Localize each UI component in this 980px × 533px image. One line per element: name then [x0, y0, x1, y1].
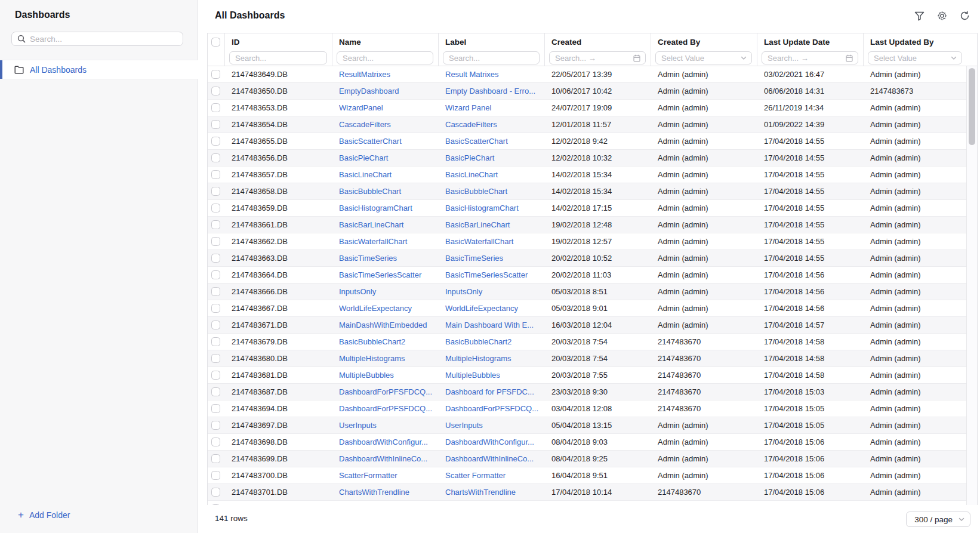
- dashboard-name-link[interactable]: DashboardWithConfigur...: [332, 434, 438, 450]
- dashboard-label-link[interactable]: ChartsWithTrendline: [438, 484, 544, 500]
- dashboard-name-link[interactable]: BasicBubbleChart2: [332, 334, 438, 350]
- refresh-icon[interactable]: [960, 11, 970, 21]
- dashboard-name-link[interactable]: BasicTimeSeriesScatter: [332, 267, 438, 283]
- row-checkbox[interactable]: [211, 287, 220, 296]
- dashboard-name-link[interactable]: BasicTimeSeries: [332, 250, 438, 266]
- vertical-scrollbar[interactable]: [966, 66, 977, 505]
- row-checkbox[interactable]: [211, 387, 220, 396]
- cell-id: 2147483701.DB: [224, 484, 332, 500]
- dashboard-label-link[interactable]: InputsOnly: [438, 284, 544, 300]
- dashboard-name-link[interactable]: BasicBubbleChart: [332, 183, 438, 199]
- filter-created-input[interactable]: [550, 54, 633, 63]
- row-checkbox[interactable]: [211, 371, 220, 380]
- dashboard-label-link[interactable]: BasicHistogramChart: [438, 200, 544, 216]
- cell-id: 2147483679.DB: [224, 334, 332, 350]
- row-checkbox[interactable]: [211, 153, 220, 162]
- filter-id-input[interactable]: [230, 54, 326, 63]
- row-checkbox[interactable]: [211, 103, 220, 112]
- row-checkbox[interactable]: [211, 87, 220, 95]
- sidebar-search[interactable]: [11, 32, 183, 46]
- dashboard-name-link[interactable]: DashboardWithInlineCo...: [332, 451, 438, 467]
- dashboard-label-link[interactable]: DashboardWithInlineCo...: [438, 451, 544, 467]
- dashboard-label-link[interactable]: CascadeFilters: [438, 116, 544, 133]
- dashboard-label-link[interactable]: MultipleBubbles: [438, 367, 544, 383]
- row-checkbox[interactable]: [211, 254, 220, 263]
- row-checkbox[interactable]: [211, 438, 220, 446]
- dashboard-name-link[interactable]: WorldLifeExpectancy: [332, 300, 438, 316]
- dashboard-name-link[interactable]: BasicBarLineChart: [332, 217, 438, 233]
- row-checkbox[interactable]: [211, 337, 220, 346]
- add-folder-button[interactable]: + Add Folder: [18, 510, 70, 520]
- filter-icon[interactable]: [914, 11, 924, 21]
- sidebar-item-all-dashboards[interactable]: All Dashboards: [0, 60, 198, 79]
- row-checkbox[interactable]: [211, 187, 220, 196]
- dashboard-name-link[interactable]: ChartsWithTrendline: [332, 484, 438, 500]
- dashboard-name-link[interactable]: UserInputs: [332, 417, 438, 433]
- dashboard-label-link[interactable]: BasicWaterfallChart: [438, 233, 544, 249]
- row-checkbox[interactable]: [211, 421, 220, 430]
- row-checkbox[interactable]: [211, 120, 220, 129]
- dashboard-label-link[interactable]: Main Dashboard With E...: [438, 317, 544, 333]
- dashboard-label-link[interactable]: BasicBarLineChart: [438, 217, 544, 233]
- dashboard-name-link[interactable]: BasicScatterChart: [332, 133, 438, 149]
- filter-created_by-select[interactable]: Select Value: [655, 51, 752, 64]
- dashboard-label-link[interactable]: Wizard Panel: [438, 100, 544, 116]
- row-checkbox[interactable]: [211, 454, 220, 463]
- row-checkbox[interactable]: [211, 270, 220, 279]
- filter-label-input[interactable]: [443, 54, 539, 63]
- dashboard-label-link[interactable]: BasicPieChart: [438, 150, 544, 166]
- row-checkbox[interactable]: [211, 471, 220, 480]
- dashboard-name-link[interactable]: EmptyDashboard: [332, 83, 438, 99]
- dashboard-label-link[interactable]: Scatter Formatter: [438, 467, 544, 483]
- page-size-select[interactable]: 300 / page: [906, 512, 970, 527]
- dashboard-name-link[interactable]: ResultMatrixes: [332, 66, 438, 82]
- row-checkbox[interactable]: [211, 170, 220, 179]
- dashboard-label-link[interactable]: Dashboard for PFSFDC...: [438, 384, 544, 400]
- dashboard-name-link[interactable]: BasicWaterfallChart: [332, 233, 438, 249]
- dashboard-name-link[interactable]: BasicPieChart: [332, 150, 438, 166]
- dashboard-label-link[interactable]: Result Matrixes: [438, 66, 544, 82]
- dashboard-name-link[interactable]: CascadeFilters: [332, 116, 438, 133]
- dashboard-name-link[interactable]: BasicLineChart: [332, 167, 438, 183]
- dashboard-name-link[interactable]: InputsOnly: [332, 284, 438, 300]
- dashboard-name-link[interactable]: MainDashWithEmbedded: [332, 317, 438, 333]
- filter-last_updated_by-select[interactable]: Select Value: [868, 51, 962, 64]
- filter-name-input[interactable]: [337, 54, 433, 63]
- dashboard-name-link[interactable]: WizardPanel: [332, 100, 438, 116]
- row-checkbox[interactable]: [211, 404, 220, 413]
- dashboard-label-link[interactable]: BasicScatterChart: [438, 133, 544, 149]
- cell-id: 2147483662.DB: [224, 233, 332, 249]
- sidebar-search-input[interactable]: [26, 35, 183, 44]
- dashboard-label-link[interactable]: MultipleHistograms: [438, 350, 544, 366]
- dashboard-name-link[interactable]: DashboardForPFSFDCQ...: [332, 384, 438, 400]
- row-checkbox[interactable]: [211, 354, 220, 363]
- dashboard-label-link[interactable]: DashboardForPFSFDCQ...: [438, 400, 544, 417]
- dashboard-name-link[interactable]: MultipleBubbles: [332, 367, 438, 383]
- dashboard-name-link[interactable]: BasicHistogramChart: [332, 200, 438, 216]
- row-checkbox[interactable]: [211, 488, 220, 497]
- settings-icon[interactable]: [937, 11, 947, 21]
- dashboard-label-link[interactable]: WorldLifeExpectancy: [438, 300, 544, 316]
- filter-last_update-input[interactable]: [762, 54, 846, 63]
- scrollbar-thumb[interactable]: [969, 68, 975, 145]
- row-checkbox[interactable]: [211, 237, 220, 246]
- dashboard-name-link[interactable]: MultipleHistograms: [332, 350, 438, 366]
- row-checkbox[interactable]: [211, 204, 220, 212]
- row-checkbox[interactable]: [211, 70, 220, 79]
- dashboard-label-link[interactable]: UserInputs: [438, 417, 544, 433]
- select-all-checkbox[interactable]: [211, 38, 220, 47]
- dashboard-label-link[interactable]: BasicLineChart: [438, 167, 544, 183]
- dashboard-label-link[interactable]: BasicTimeSeries: [438, 250, 544, 266]
- dashboard-label-link[interactable]: BasicBubbleChart: [438, 183, 544, 199]
- row-checkbox[interactable]: [211, 220, 220, 229]
- dashboard-name-link[interactable]: DashboardForPFSFDCQ...: [332, 400, 438, 417]
- cell-created: 19/02/2018 12:48: [544, 217, 651, 233]
- dashboard-label-link[interactable]: BasicTimeSeriesScatter: [438, 267, 544, 283]
- row-checkbox[interactable]: [211, 304, 220, 313]
- dashboard-label-link[interactable]: DashboardWithConfigur...: [438, 434, 544, 450]
- row-checkbox[interactable]: [211, 137, 220, 146]
- dashboard-label-link[interactable]: Empty Dashboard - Erro...: [438, 83, 544, 99]
- dashboard-name-link[interactable]: ScatterFormatter: [332, 467, 438, 483]
- row-checkbox[interactable]: [211, 321, 220, 329]
- dashboard-label-link[interactable]: BasicBubbleChart2: [438, 334, 544, 350]
